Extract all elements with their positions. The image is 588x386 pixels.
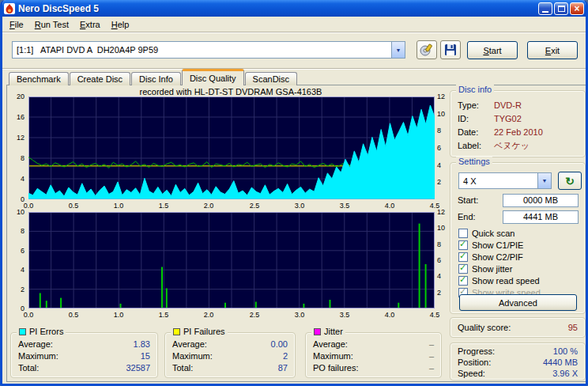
exit-button[interactable]: Exit — [527, 41, 578, 59]
refresh-icon: ↻ — [565, 175, 575, 187]
tab-benchmark[interactable]: Benchmark — [9, 72, 69, 85]
disc-info-label: ID: — [458, 114, 469, 124]
quality-score-group: Quality score: 95 — [450, 317, 586, 338]
stat-title: Jitter — [324, 327, 343, 336]
legend-swatch — [314, 328, 321, 335]
checkbox-show-c1-pie[interactable]: ✓Show C1/PIE — [458, 240, 523, 251]
disc-info-group: Disc info Type:DVD-R ID:TYG02 Date:22 Fe… — [450, 90, 586, 157]
x-axis-tick-label: 3.0 — [290, 202, 309, 210]
x-axis-tick-label: 2.5 — [245, 202, 264, 210]
pi-errors-stats: PI Errors Average:1.83 Maximum:15 Total:… — [10, 332, 158, 378]
y2-axis-tick-label: 4 — [437, 161, 450, 169]
chart-plot — [28, 212, 435, 308]
close-button[interactable]: × — [570, 2, 584, 15]
y2-axis-tick-label: 12 — [437, 93, 450, 100]
end-position-field[interactable]: 4441 MB — [503, 210, 579, 224]
erase-disc-button[interactable] — [416, 40, 437, 59]
legend-swatch — [173, 328, 180, 335]
position-value: 4440 MB — [543, 358, 578, 368]
x-axis-tick-label: 1.0 — [109, 311, 128, 319]
legend-swatch — [19, 328, 26, 335]
maximize-button[interactable] — [554, 2, 568, 15]
stat-label: Maximum: — [172, 351, 213, 361]
menu-help[interactable]: Help — [106, 18, 135, 31]
y2-axis-tick-label: 12 — [437, 208, 450, 216]
y-axis-tick-label: 8 — [8, 154, 24, 162]
y2-axis-tick-label: 8 — [437, 127, 450, 134]
app-window: Nero DiscSpeed 5 × File Run Test Extra H… — [0, 0, 588, 386]
disc-info-title: Disc info — [456, 85, 494, 94]
settings-title: Settings — [456, 157, 492, 166]
save-button[interactable] — [440, 40, 461, 59]
y-axis-tick-label: 8 — [8, 227, 24, 235]
speed-label: Speed: — [458, 369, 485, 379]
drive-select-value: [1:1] ATAPI DVD A DH20A4P 9P59 — [13, 45, 391, 55]
stat-value: 2 — [283, 351, 288, 361]
checkbox-label: Show read speed — [472, 276, 540, 286]
window-title: Nero DiscSpeed 5 — [18, 3, 537, 14]
toolbar: [1:1] ATAPI DVD A DH20A4P 9P59 ▼ Start E… — [2, 33, 586, 68]
start-position-field[interactable]: 0000 MB — [503, 194, 579, 207]
speed-value: 3.96 X — [552, 369, 578, 379]
tab-disc-quality[interactable]: Disc Quality — [182, 69, 244, 85]
checkbox-show-read-speed[interactable]: ✓Show read speed — [458, 275, 540, 286]
app-icon — [4, 3, 15, 14]
y-axis-tick-label: 4 — [8, 175, 24, 183]
x-axis-tick-label: 0.5 — [64, 311, 83, 319]
checkbox-icon: ✓ — [458, 252, 468, 262]
checkbox-label: Show jitter — [472, 264, 512, 274]
drive-select[interactable]: [1:1] ATAPI DVD A DH20A4P 9P59 ▼ — [12, 41, 405, 59]
x-axis-tick-label: 1.5 — [154, 202, 173, 210]
menu-file[interactable]: File — [4, 18, 29, 31]
advanced-button[interactable]: Advanced — [459, 294, 577, 311]
stat-label: Average: — [172, 339, 207, 350]
scan-speed-select[interactable]: 4 X ▼ — [458, 172, 552, 189]
disc-info-label: Type: — [458, 100, 479, 111]
checkbox-icon: ✓ — [458, 264, 468, 274]
tab-create-disc[interactable]: Create Disc — [70, 72, 130, 85]
y2-axis-tick-label: 6 — [437, 144, 450, 152]
checkbox-show-c2-pif[interactable]: ✓Show C2/PIF — [458, 252, 523, 263]
stat-value: 0.00 — [271, 339, 288, 350]
y-axis-tick-label: 10 — [8, 208, 24, 216]
stat-value: – — [429, 351, 434, 361]
disc-info-label: Date: — [458, 127, 478, 138]
pi-failures-stats: PI Failures Average:0.00 Maximum:2 Total… — [164, 332, 296, 378]
y2-axis-tick-label: 10 — [437, 110, 450, 118]
menu-extra[interactable]: Extra — [74, 18, 106, 31]
menu-run-test[interactable]: Run Test — [29, 18, 74, 31]
checkbox-quick-scan[interactable]: ✓Quick scan — [458, 228, 514, 239]
progress-group: Progress:100 % Position:4440 MB Speed:3.… — [450, 342, 586, 380]
stat-value: – — [429, 363, 434, 373]
checkbox-icon: ✓ — [458, 240, 468, 250]
position-label: Position: — [458, 358, 491, 368]
y2-axis-tick-label: 2 — [437, 289, 450, 297]
chevron-down-icon[interactable]: ▼ — [391, 42, 405, 58]
stat-label: Average: — [313, 339, 348, 350]
stat-title: PI Errors — [29, 327, 63, 336]
disc-quality-panel: recorded with HL-DT-ST DVDRAM GSA-4163B … — [6, 85, 586, 382]
y-axis-tick-label: 6 — [8, 247, 24, 255]
disc-info-value: 22 Feb 2010 — [494, 127, 543, 138]
y2-axis-tick-label: 4 — [437, 272, 450, 280]
disc-info-value: TYG02 — [494, 114, 522, 124]
x-axis-tick-label: 3.5 — [335, 311, 354, 319]
tab-disc-info[interactable]: Disc Info — [131, 72, 181, 85]
y-axis-tick-label: 4 — [8, 266, 24, 274]
minimize-button[interactable] — [538, 2, 552, 15]
chevron-down-icon[interactable]: ▼ — [537, 173, 551, 188]
checkbox-icon: ✓ — [458, 276, 468, 286]
progress-label: Progress: — [458, 346, 495, 357]
checkbox-show-jitter[interactable]: ✓Show jitter — [458, 263, 512, 274]
stat-label: PO failures: — [313, 363, 358, 373]
scan-speed-value: 4 X — [459, 176, 537, 186]
refresh-button[interactable]: ↻ — [558, 172, 582, 190]
checkbox-label: Quick scan — [472, 229, 514, 238]
stat-value: 32587 — [126, 363, 150, 373]
start-button[interactable]: Start — [467, 41, 518, 59]
tab-scandisc[interactable]: ScanDisc — [245, 72, 297, 85]
pi-failures-chart: 1086420121086420.00.51.01.52.02.53.03.54… — [8, 212, 452, 321]
menu-bar: File Run Test Extra Help — [2, 17, 586, 32]
x-axis-tick-label: 1.0 — [109, 202, 128, 210]
checkbox-icon: ✓ — [458, 229, 468, 238]
